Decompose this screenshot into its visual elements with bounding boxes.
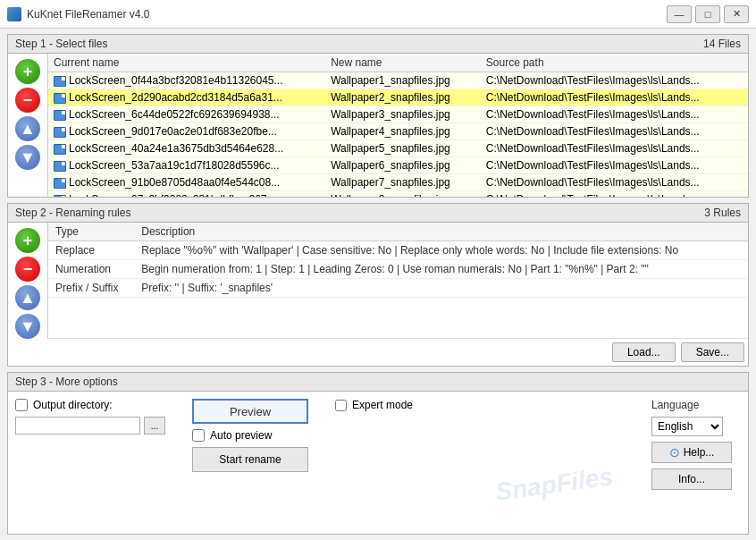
help-button[interactable]: ⊙ Help... bbox=[651, 442, 732, 463]
rule-move-up-button[interactable]: ▲ bbox=[15, 285, 40, 310]
file-icon bbox=[54, 76, 66, 87]
file-current-name: LockScreen_53a7aa19c1d7f18028d5596c... bbox=[48, 157, 325, 174]
titlebar-controls: — □ ✕ bbox=[667, 5, 749, 23]
language-select[interactable]: EnglishDeutschFrançaisSpanish bbox=[651, 417, 723, 436]
preview-button[interactable]: Preview bbox=[192, 399, 308, 424]
table-row[interactable]: LockScreen_2d290acabd2cd3184d5a6a31... W… bbox=[48, 89, 748, 106]
remove-rule-button[interactable]: − bbox=[15, 257, 40, 282]
titlebar: KuKnet FileRenamer v4.0 — □ ✕ bbox=[0, 0, 756, 29]
list-item[interactable]: Replace Replace "%o%" with 'Wallpaper' |… bbox=[48, 241, 748, 260]
file-new-name: Wallpaper2_snapfiles.jpg bbox=[325, 89, 481, 106]
add-rule-button[interactable]: + bbox=[15, 228, 40, 253]
col-new-name: New name bbox=[325, 54, 481, 72]
file-current-name: LockScreen_40a24e1a3675db3d5464e628... bbox=[48, 140, 325, 157]
step3-section: Step 3 - More options Output directory: … bbox=[7, 372, 749, 535]
file-current-name: LockScreen_2d290acabd2cd3184d5a6a31... bbox=[48, 89, 325, 106]
auto-preview-label: Auto preview bbox=[210, 429, 272, 442]
titlebar-left: KuKnet FileRenamer v4.0 bbox=[7, 7, 149, 21]
step3-label: Step 3 - More options bbox=[15, 375, 118, 388]
move-down-button[interactable]: ▼ bbox=[15, 145, 40, 170]
main-content: Step 1 - Select files 14 Files + − ▲ ▼ C… bbox=[0, 29, 756, 540]
app-icon bbox=[7, 7, 21, 21]
list-item[interactable]: Prefix / Suffix Prefix: '' | Suffix: '_s… bbox=[48, 279, 748, 298]
step1-body: + − ▲ ▼ Current name New name Source pat… bbox=[8, 54, 748, 197]
file-new-name: Wallpaper1_snapfiles.jpg bbox=[325, 72, 481, 89]
table-row[interactable]: LockScreen_91b0e8705d48aa0f4e544c08... W… bbox=[48, 174, 748, 191]
output-directory-label: Output directory: bbox=[33, 399, 113, 411]
minimize-button[interactable]: — bbox=[667, 5, 692, 23]
step1-label: Step 1 - Select files bbox=[15, 38, 107, 50]
file-current-name: LockScreen_0f44a3bcf32081e4b11326045... bbox=[48, 72, 325, 89]
file-source-path: C:\NetDownload\TestFiles\Images\ls\Lands… bbox=[481, 72, 748, 89]
step1-section: Step 1 - Select files 14 Files + − ▲ ▼ C… bbox=[7, 34, 749, 198]
add-files-button[interactable]: + bbox=[15, 59, 40, 84]
table-row[interactable]: LockScreen_9d017e0ac2e01df683e20fbe... W… bbox=[48, 123, 748, 140]
file-new-name: Wallpaper6_snapfiles.jpg bbox=[325, 157, 481, 174]
rule-type: Prefix / Suffix bbox=[48, 279, 134, 298]
rule-description: Prefix: '' | Suffix: '_snapfiles' bbox=[134, 279, 748, 298]
file-current-name: LockScreen_91b0e8705d48aa0f4e544c08... bbox=[48, 174, 325, 191]
load-save-row: Load... Save... bbox=[47, 338, 748, 366]
file-current-name: LockScreen_9d017e0ac2e01df683e20fbe... bbox=[48, 123, 325, 140]
step1-buttons: + − ▲ ▼ bbox=[8, 54, 47, 197]
file-new-name: Wallpaper4_snapfiles.jpg bbox=[325, 123, 481, 140]
file-icon bbox=[54, 161, 66, 172]
table-row[interactable]: LockScreen_6c44de0522fc692639694938... W… bbox=[48, 106, 748, 123]
help-label: Help... bbox=[684, 446, 715, 459]
move-up-button[interactable]: ▲ bbox=[15, 116, 40, 141]
table-row[interactable]: LockScreen_97c2bf9390c081bdbfbce267... W… bbox=[48, 191, 748, 198]
start-rename-button[interactable]: Start rename bbox=[192, 447, 308, 472]
file-source-path: C:\NetDownload\TestFiles\Images\ls\Lands… bbox=[481, 174, 748, 191]
options-lang: Language EnglishDeutschFrançaisSpanish ⊙… bbox=[651, 399, 741, 490]
file-current-name: LockScreen_6c44de0522fc692639694938... bbox=[48, 106, 325, 123]
rules-table-container: Type Description Replace Replace "%o%" w… bbox=[47, 223, 748, 338]
rule-description: Begin numeration from: 1 | Step: 1 | Lea… bbox=[134, 260, 748, 279]
step2-buttons: + − ▲ ▼ bbox=[8, 223, 47, 366]
file-source-path: C:\NetDownload\TestFiles\Images\ls\Lands… bbox=[481, 140, 748, 157]
file-icon bbox=[54, 195, 66, 197]
rule-description: Replace "%o%" with 'Wallpaper' | Case se… bbox=[134, 241, 748, 260]
step3-header: Step 3 - More options bbox=[8, 373, 748, 392]
browse-button[interactable]: ... bbox=[144, 417, 165, 435]
info-label: Info... bbox=[678, 473, 705, 485]
options-expert: Expert mode bbox=[335, 399, 413, 411]
step2-rule-count: 3 Rules bbox=[704, 207, 741, 219]
step1-file-count: 14 Files bbox=[703, 38, 741, 50]
file-source-path: C:\NetDownload\TestFiles\Images\ls\Lands… bbox=[481, 89, 748, 106]
output-dir-row: Output directory: bbox=[15, 399, 165, 411]
file-icon bbox=[54, 127, 66, 138]
table-row[interactable]: LockScreen_53a7aa19c1d7f18028d5596c... W… bbox=[48, 157, 748, 174]
load-button[interactable]: Load... bbox=[612, 342, 676, 362]
maximize-button[interactable]: □ bbox=[695, 5, 720, 23]
file-table-container: Current name New name Source path LockSc… bbox=[47, 54, 748, 197]
file-new-name: Wallpaper7_snapfiles.jpg bbox=[325, 174, 481, 191]
file-icon bbox=[54, 144, 66, 155]
file-source-path: C:\NetDownload\TestFiles\Images\ls\Lands… bbox=[481, 106, 748, 123]
options-left: Output directory: ... bbox=[15, 399, 165, 435]
auto-preview-checkbox[interactable] bbox=[192, 429, 205, 442]
step2-label: Step 2 - Renaming rules bbox=[15, 207, 130, 219]
file-icon bbox=[54, 93, 66, 104]
file-icon bbox=[54, 178, 66, 189]
col-rule-desc: Description bbox=[134, 223, 748, 241]
remove-files-button[interactable]: − bbox=[15, 88, 40, 113]
save-button[interactable]: Save... bbox=[681, 342, 744, 362]
rule-move-down-button[interactable]: ▼ bbox=[15, 314, 40, 339]
rule-type: Replace bbox=[48, 241, 134, 260]
table-row[interactable]: LockScreen_0f44a3bcf32081e4b11326045... … bbox=[48, 72, 748, 89]
info-button[interactable]: Info... bbox=[651, 468, 732, 490]
table-row[interactable]: LockScreen_40a24e1a3675db3d5464e628... W… bbox=[48, 140, 748, 157]
dir-input-row: ... bbox=[15, 417, 165, 435]
file-icon bbox=[54, 110, 66, 121]
close-button[interactable]: ✕ bbox=[724, 5, 749, 23]
output-directory-checkbox[interactable] bbox=[15, 399, 28, 411]
rules-wrapper: Type Description Replace Replace "%o%" w… bbox=[47, 223, 748, 366]
expert-mode-checkbox[interactable] bbox=[335, 400, 347, 411]
output-directory-input[interactable] bbox=[15, 417, 140, 435]
file-new-name: Wallpaper5_snapfiles.jpg bbox=[325, 140, 481, 157]
file-table: Current name New name Source path LockSc… bbox=[48, 54, 748, 197]
file-source-path: C:\NetDownload\TestFiles\Images\ls\Lands… bbox=[481, 191, 748, 198]
rules-table: Type Description Replace Replace "%o%" w… bbox=[48, 223, 748, 298]
list-item[interactable]: Numeration Begin numeration from: 1 | St… bbox=[48, 260, 748, 279]
col-source-path: Source path bbox=[481, 54, 748, 72]
